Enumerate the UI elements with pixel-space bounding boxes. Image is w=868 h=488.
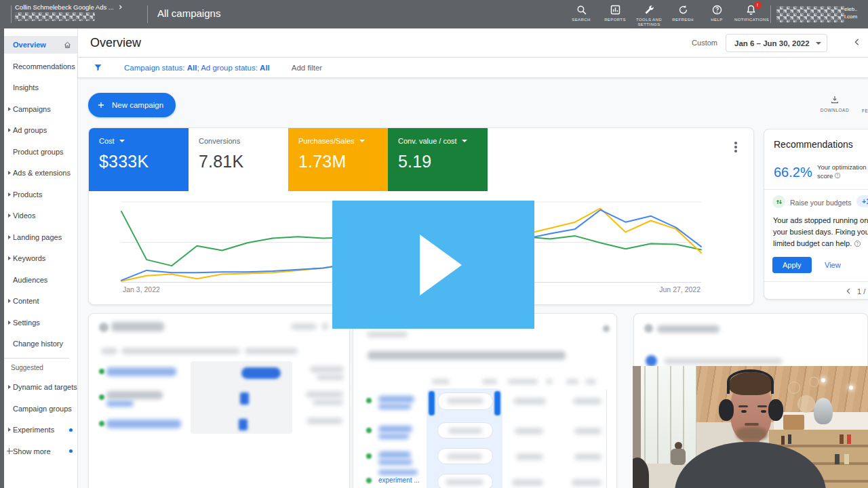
active-filters[interactable]: Campaign status: All; Ad group status: A… [124, 64, 270, 72]
link-blurred[interactable] [378, 434, 409, 439]
account-switcher[interactable]: Collin Schmelebeck Google Ads ... [15, 3, 123, 11]
link-blurred[interactable] [378, 460, 412, 465]
link-blurred[interactable] [106, 367, 176, 376]
selection-handle[interactable] [429, 391, 435, 415]
person-mustache [745, 423, 759, 426]
experiment-link[interactable]: experiment ... [378, 476, 420, 484]
scorecard-cost[interactable]: Cost$333K [89, 128, 189, 191]
expand-arrow-icon [8, 299, 11, 303]
sidebar-item-dynamic-ad-targets[interactable]: Dynamic ad targets [4, 378, 77, 396]
sidebar-item-insights[interactable]: Insights [4, 79, 77, 96]
sidebar-suggested-items: Dynamic ad targetsCampaign groupsExperim… [4, 378, 77, 460]
panel-title-blurred [657, 325, 719, 333]
chandelier-globe [797, 395, 815, 413]
value-blurred [307, 418, 342, 424]
sidebar-item-ad-groups[interactable]: Ad groups [4, 121, 77, 139]
sidebar-item-label: Products [13, 190, 42, 199]
value-blurred [447, 453, 482, 460]
status-dot [99, 369, 104, 374]
more-options-icon[interactable] [734, 142, 737, 144]
download-button[interactable]: DOWNLOAD [817, 94, 852, 113]
sidebar-item-product-groups[interactable]: Product groups [4, 143, 77, 161]
person-eyebrow [738, 405, 748, 408]
topbar-refresh-button[interactable]: REFRESH [666, 0, 700, 27]
topbar-divider [770, 5, 771, 23]
collapse-panel-button[interactable] [852, 37, 863, 47]
sidebar-item-label: Landing pages [13, 233, 62, 241]
selection-handle[interactable] [494, 391, 500, 415]
link-blurred[interactable] [378, 470, 418, 475]
topbar-page-title: All campaigns [157, 7, 220, 19]
sidebar-item-label: Recommendations [13, 62, 75, 70]
divider [764, 281, 868, 282]
apply-button[interactable]: Apply [772, 257, 812, 273]
chevron-left-icon[interactable] [844, 287, 853, 296]
sidebar-item-change-history[interactable]: Change history [4, 335, 77, 352]
topbar-help-button[interactable]: HELP [700, 0, 734, 27]
help-icon[interactable] [854, 240, 861, 247]
sidebar-item-ads-extensions[interactable]: Ads & extensions [4, 164, 77, 182]
panel-dropdown-blurred[interactable] [291, 323, 317, 330]
link-blurred[interactable] [378, 396, 414, 403]
scorecard-label: Purchases/Sales [298, 137, 355, 145]
sidebar-item-experiments[interactable]: Experiments [4, 421, 77, 439]
scorecard-label: Conv. value / cost [398, 137, 457, 145]
sidebar-item-content[interactable]: Content [4, 292, 77, 310]
scorecard-label: Cost [99, 137, 115, 145]
topbar-reports-button[interactable]: REPORTS [598, 0, 632, 27]
scorecard-conversions[interactable]: Conversions7.81K [189, 128, 288, 191]
video-play-overlay[interactable] [332, 201, 534, 329]
recommendation-name[interactable]: Raise your budgets [790, 199, 851, 207]
panel-help-icon [603, 325, 610, 332]
sidebar-item-audiences[interactable]: Audiences [4, 271, 77, 289]
topbar-tools-button[interactable]: TOOLS AND SETTINGS [632, 0, 666, 27]
sidebar-item-campaign-groups[interactable]: Campaign groups [4, 400, 77, 418]
column-divider [606, 390, 607, 488]
expand-arrow-icon [8, 214, 11, 218]
sidebar-item-label: Keywords [13, 254, 45, 262]
sidebar-item-landing-pages[interactable]: Landing pages [4, 228, 77, 246]
topbar-notifications-button[interactable]: !NOTIFICATIONS [734, 0, 768, 27]
sidebar-item-overview[interactable]: Overview [4, 36, 77, 54]
recommendations-pagination: 1 / [844, 287, 865, 296]
sidebar-item-settings[interactable]: Settings [4, 314, 77, 331]
add-filter-button[interactable]: Add filter [292, 64, 322, 72]
sidebar-item-keywords[interactable]: Keywords [4, 249, 77, 267]
account-email: eleb.. l.com [844, 0, 868, 20]
link-blurred[interactable] [378, 426, 412, 432]
person-beard [736, 427, 767, 441]
value-blurred [317, 374, 344, 380]
chevron-left-icon [852, 37, 863, 47]
account-name: Collin Schmelebeck Google Ads ... [15, 3, 114, 11]
view-button[interactable]: View [825, 261, 841, 269]
help-icon[interactable] [834, 172, 841, 179]
scorecards: Cost$333KConversions7.81KPurchases/Sales… [89, 128, 488, 191]
chevron-right-icon [117, 4, 123, 10]
link-blurred[interactable] [106, 401, 134, 407]
page-title: Overview [90, 36, 141, 50]
sidebar-item-products[interactable]: Products [4, 186, 77, 203]
bottle [781, 436, 785, 445]
scorecard-value: 1.73M [298, 152, 388, 171]
sidebar-item-recommendations[interactable]: Recommendations [4, 58, 77, 75]
new-campaign-button[interactable]: New campaign [88, 93, 176, 117]
sidebar-item-videos[interactable]: Videos [4, 207, 77, 224]
bottle [847, 434, 851, 444]
date-range-picker[interactable]: Jan 6 – Jun 30, 2022 [726, 34, 827, 52]
sidebar-item-label: Dynamic ad targets [13, 383, 77, 391]
sidebar-item-label: Ad groups [13, 126, 47, 134]
scorecard-conv-value-cost[interactable]: Conv. value / cost5.19 [388, 128, 488, 191]
chevron-down-icon [462, 140, 467, 142]
value-blurred [512, 479, 543, 486]
sidebar-item-campaigns[interactable]: Campaigns [4, 100, 77, 118]
link-blurred[interactable] [378, 451, 411, 458]
sidebar-item-show-more[interactable]: Show more [4, 443, 77, 460]
link-blurred[interactable] [378, 404, 411, 409]
info-circle-blurred [646, 355, 657, 367]
feedback-button[interactable]: FEEDBACK [862, 108, 868, 113]
scorecard-purchases-sales[interactable]: Purchases/Sales1.73M [288, 128, 388, 191]
link-blurred[interactable] [106, 420, 181, 428]
topbar-search-button[interactable]: SEARCH [564, 0, 598, 27]
bar-blurred [239, 419, 248, 430]
expand-arrow-icon [8, 385, 11, 389]
